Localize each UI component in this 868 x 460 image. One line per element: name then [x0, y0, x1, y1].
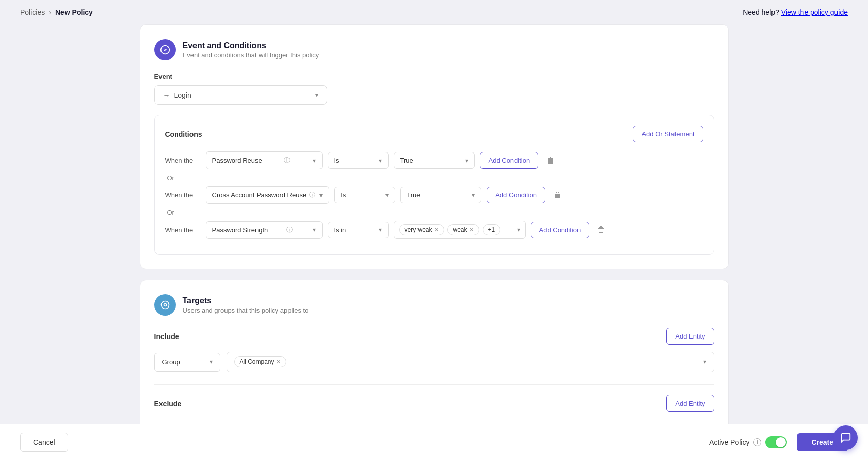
tag-very-weak-remove[interactable]: ✕	[434, 227, 439, 233]
exclude-header: Exclude Add Entity	[154, 395, 714, 412]
event-select-left: → Login	[163, 91, 191, 99]
main-content: Event and Conditions Event and condition…	[119, 24, 749, 460]
condition-chevron-1: ▾	[313, 157, 316, 164]
card-title-group: Event and Conditions Event and condition…	[183, 41, 319, 59]
targets-icon	[154, 294, 176, 316]
event-conditions-card: Event and Conditions Event and condition…	[140, 24, 729, 269]
event-chevron-icon: ▾	[315, 91, 318, 99]
add-condition-button-1[interactable]: Add Condition	[480, 152, 539, 169]
operator-field-3[interactable]: Is in ▾	[328, 222, 389, 238]
active-policy-toggle[interactable]	[765, 436, 787, 448]
top-nav: Policies › New Policy Need help? View th…	[0, 0, 868, 24]
entity-row-include: Group ▾ All Company ✕ ▾	[154, 352, 714, 372]
tag-very-weak-label: very weak	[405, 226, 432, 233]
tag-very-weak: very weak ✕	[399, 224, 444, 235]
operator-field-1[interactable]: Is ▾	[328, 152, 389, 169]
company-field[interactable]: All Company ✕ ▾	[227, 352, 714, 372]
chat-button[interactable]	[833, 425, 858, 450]
condition-value-3: Password Strength	[212, 226, 268, 234]
tag-plus-label: +1	[488, 226, 495, 233]
svg-point-1	[164, 304, 166, 306]
exclude-section: Exclude Add Entity	[154, 384, 714, 412]
operator-value-2: Is	[341, 191, 346, 199]
tag-plus[interactable]: +1	[483, 224, 501, 235]
conditions-area: Conditions Add Or Statement When the Pas…	[154, 115, 714, 255]
include-section: Include Add Entity Group ▾ All Company ✕…	[154, 328, 714, 372]
breadcrumb-current: New Policy	[55, 8, 93, 16]
value-2: True	[407, 191, 420, 199]
event-select[interactable]: → Login ▾	[154, 85, 327, 105]
info-icon-1: ⓘ	[284, 156, 290, 165]
value-field-2[interactable]: True ▾	[400, 187, 481, 203]
value-field-1[interactable]: True ▾	[394, 152, 475, 169]
condition-value-1: Password Reuse	[212, 157, 262, 164]
condition-value-2: Cross Account Password Reuse	[212, 191, 307, 199]
group-chevron-icon: ▾	[210, 358, 213, 365]
active-policy-label: Active Policy	[709, 438, 749, 446]
help-link[interactable]: View the policy guide	[781, 8, 848, 16]
add-entity-exclude-button[interactable]: Add Entity	[666, 395, 714, 412]
value-chevron-1: ▾	[465, 157, 468, 164]
value-1: True	[400, 157, 413, 164]
condition-row-2: When the Cross Account Password Reuse ⓘ …	[165, 186, 703, 204]
exclude-label: Exclude	[154, 400, 182, 408]
include-label: Include	[154, 332, 179, 341]
svg-point-2	[161, 301, 169, 309]
footer-right: Active Policy i Create	[709, 433, 848, 451]
active-policy-info-icon[interactable]: i	[753, 438, 761, 446]
add-entity-button[interactable]: Add Entity	[666, 328, 714, 345]
add-or-statement-button[interactable]: Add Or Statement	[633, 126, 703, 142]
or-label-1: Or	[165, 174, 703, 182]
condition-field-3[interactable]: Password Strength ⓘ ▾	[206, 221, 323, 239]
company-tag-remove[interactable]: ✕	[276, 359, 281, 365]
condition-chevron-3: ▾	[313, 226, 316, 233]
company-tag: All Company ✕	[234, 356, 286, 367]
tags-field-3[interactable]: very weak ✕ weak ✕ +1 ▾	[394, 221, 526, 239]
operator-field-2[interactable]: Is ▾	[334, 187, 395, 203]
operator-chevron-3: ▾	[379, 226, 382, 233]
add-condition-button-2[interactable]: Add Condition	[487, 187, 545, 203]
targets-title-group: Targets Users and groups that this polic…	[183, 296, 309, 314]
condition-field-1[interactable]: Password Reuse ⓘ ▾	[206, 151, 323, 169]
card-title: Event and Conditions	[183, 41, 319, 50]
condition-chevron-2: ▾	[319, 192, 323, 199]
info-icon-2: ⓘ	[309, 191, 315, 199]
active-policy-group: Active Policy i	[709, 436, 787, 448]
delete-condition-2[interactable]: 🗑	[551, 188, 565, 203]
tag-weak-label: weak	[453, 226, 467, 233]
cancel-button[interactable]: Cancel	[20, 433, 68, 452]
login-icon: →	[163, 91, 170, 99]
when-the-label-1: When the	[165, 157, 201, 164]
help-section: Need help? View the policy guide	[743, 8, 848, 16]
group-select[interactable]: Group ▾	[154, 353, 220, 372]
operator-chevron-1: ▾	[379, 157, 382, 164]
condition-field-2[interactable]: Cross Account Password Reuse ⓘ ▾	[206, 186, 330, 204]
delete-condition-1[interactable]: 🗑	[543, 153, 558, 168]
card-subtitle: Event and conditions that will trigger t…	[183, 51, 319, 59]
breadcrumb-policies[interactable]: Policies	[20, 8, 45, 16]
or-label-2: Or	[165, 209, 703, 217]
delete-condition-3[interactable]: 🗑	[594, 222, 608, 237]
value-chevron-2: ▾	[472, 192, 475, 199]
include-header: Include Add Entity	[154, 328, 714, 345]
conditions-title: Conditions	[165, 130, 202, 138]
when-the-label-3: When the	[165, 226, 201, 234]
event-label: Event	[154, 73, 714, 80]
tag-weak-remove[interactable]: ✕	[469, 227, 474, 233]
event-conditions-icon	[154, 39, 176, 60]
help-prefix: Need help?	[743, 8, 779, 16]
tag-weak: weak ✕	[447, 224, 479, 235]
add-condition-button-3[interactable]: Add Condition	[531, 222, 590, 238]
targets-title: Targets	[183, 296, 309, 305]
tags-chevron: ▾	[517, 226, 520, 233]
company-tag-label: All Company	[240, 358, 274, 365]
operator-value-1: Is	[334, 157, 339, 164]
breadcrumb: Policies › New Policy	[20, 8, 93, 16]
operator-chevron-2: ▾	[385, 192, 389, 199]
targets-card-header: Targets Users and groups that this polic…	[154, 294, 714, 316]
targets-subtitle: Users and groups that this policy applie…	[183, 306, 309, 314]
company-field-chevron: ▾	[703, 358, 706, 365]
condition-row-1: When the Password Reuse ⓘ ▾ Is ▾ True ▾ …	[165, 151, 703, 169]
conditions-header: Conditions Add Or Statement	[165, 126, 703, 142]
group-value: Group	[162, 358, 180, 366]
